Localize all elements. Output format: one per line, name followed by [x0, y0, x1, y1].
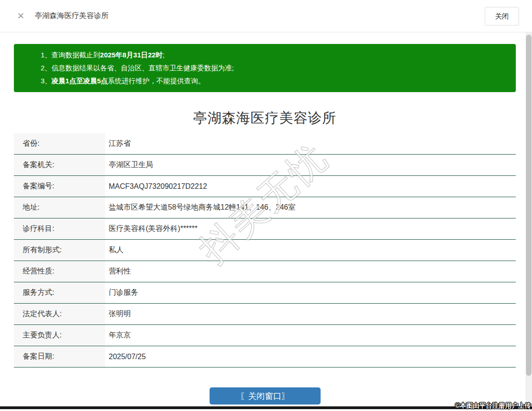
row-label: 备案编号:: [14, 176, 105, 197]
scrollbar[interactable]: [526, 32, 532, 411]
row-value: 医疗美容科(美容外科)******: [105, 218, 516, 239]
close-icon[interactable]: ✕: [17, 12, 25, 20]
row-value: 门诊服务: [105, 282, 516, 303]
row-value: 营利性: [105, 261, 516, 282]
notice-item: 2、信息数据结果以各省、自治区、直辖市卫生健康委数据为准;: [41, 62, 516, 75]
close-button[interactable]: 关闭: [485, 7, 519, 25]
row-value: 年京京: [105, 325, 516, 346]
bottom-bar: [0, 406, 532, 409]
row-label: 经营性质:: [14, 261, 105, 282]
window-title: 亭湖森海医疗美容诊所: [35, 11, 109, 21]
button-area: 〖关闭窗口〗: [14, 387, 516, 405]
row-label: 服务方式:: [14, 282, 105, 303]
row-label: 备案机关:: [14, 155, 105, 175]
row-label: 法定代表人:: [14, 304, 105, 324]
row-label: 主要负责人:: [14, 325, 105, 346]
notice-bold-text: 凌晨1点至凌晨5点: [51, 77, 108, 85]
clinic-title: 亭湖森海医疗美容诊所: [14, 109, 516, 128]
row-value: 江苏省: [105, 133, 516, 154]
row-value: 盐城市区希望大道58号绿地商务城12幢141、146、246室: [105, 197, 516, 218]
table-row: 备案机关: 亭湖区卫生局: [14, 155, 516, 176]
notice-item: 1、查询数据截止到2025年8月31日22时;: [41, 49, 516, 62]
table-row: 备案编号: MACF3AQJ732090217D2212: [14, 176, 516, 197]
row-label: 地址:: [14, 197, 105, 218]
row-label: 所有制形式:: [14, 240, 105, 261]
table-row: 法定代表人: 张明明: [14, 304, 516, 325]
row-value: 亭湖区卫生局: [105, 155, 516, 175]
notice-text: 2、信息数据结果以各省、自治区、直辖市卫生健康委数据为准;: [41, 64, 234, 72]
header: ✕ 亭湖森海医疗美容诊所 关闭: [0, 0, 532, 32]
row-value: 私人: [105, 240, 516, 261]
row-label: 省份:: [14, 133, 105, 154]
row-label: 诊疗科目:: [14, 218, 105, 239]
table-row: 经营性质: 营利性: [14, 261, 516, 282]
notice-banner: 1、查询数据截止到2025年8月31日22时; 2、信息数据结果以各省、自治区、…: [14, 44, 516, 92]
notice-text: 系统进行维护，不能提供查询。: [108, 77, 205, 85]
row-value: 张明明: [105, 304, 516, 324]
table-row: 省份: 江苏省: [14, 133, 516, 155]
scrollbar-thumb[interactable]: [526, 35, 532, 376]
page: ✕ 亭湖森海医疗美容诊所 关闭 1、查询数据截止到2025年8月31日22时; …: [0, 0, 532, 411]
row-label: 备案日期:: [14, 346, 105, 367]
table-row: 备案日期: 2025/07/25: [14, 346, 516, 367]
credit-text: ©本图由平台注册用户上传: [455, 402, 531, 410]
table-row: 所有制形式: 私人: [14, 240, 516, 261]
notice-bold-text: 2025年8月31日22时: [100, 51, 162, 59]
table-row: 主要负责人: 年京京: [14, 325, 516, 346]
notice-item: 3、凌晨1点至凌晨5点系统进行维护，不能提供查询。: [41, 75, 516, 87]
row-value: MACF3AQJ732090217D2212: [105, 176, 516, 197]
content-area: 1、查询数据截止到2025年8月31日22时; 2、信息数据结果以各省、自治区、…: [0, 44, 526, 405]
row-value: 2025/07/25: [105, 346, 516, 367]
notice-text: 1、查询数据截止到: [41, 51, 100, 59]
close-window-button[interactable]: 〖关闭窗口〗: [210, 387, 321, 405]
table-row: 地址: 盐城市区希望大道58号绿地商务城12幢141、146、246室: [14, 197, 516, 218]
notice-text: ;: [162, 51, 164, 59]
detail-table: 省份: 江苏省 备案机关: 亭湖区卫生局 备案编号: MACF3AQJ73209…: [14, 133, 516, 367]
table-row: 诊疗科目: 医疗美容科(美容外科)******: [14, 218, 516, 240]
table-row: 服务方式: 门诊服务: [14, 282, 516, 304]
notice-text: 3、: [41, 77, 51, 85]
